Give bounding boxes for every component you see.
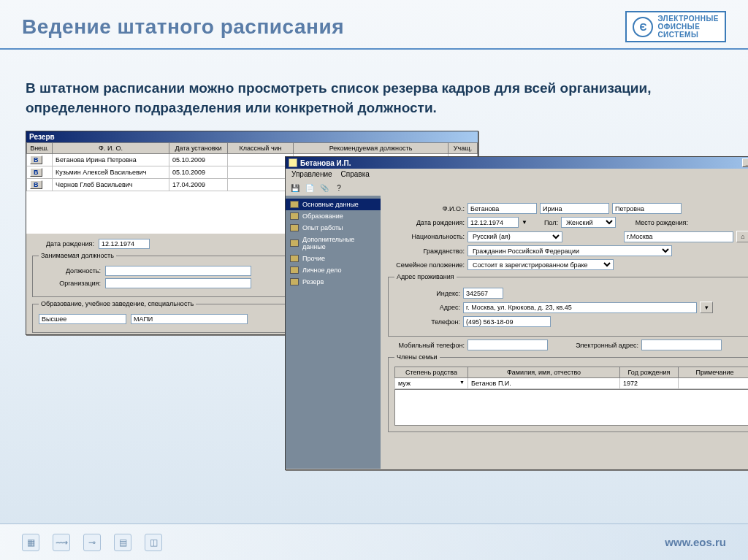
citizenship-select[interactable]: Гражданин Российской Федерации (468, 245, 672, 256)
nationality-label: Национальность: (388, 233, 465, 240)
expand-icon[interactable]: ▾ (700, 302, 713, 313)
firstname-field[interactable] (540, 203, 609, 214)
logo-line2: ОФИСНЫЕ (657, 23, 719, 31)
app-icon (289, 158, 297, 167)
folder-icon (290, 278, 299, 285)
minimize-button[interactable]: _ (742, 158, 748, 167)
person-form: Ф.И.О.: Дата рождения: ▼ Пол: Женский Ме… (381, 196, 748, 469)
fio-label: Ф.И.О.: (388, 205, 465, 212)
toolbar: 💾 📄 📎 ? (286, 180, 748, 196)
family-table: Степень родства Фамилия, имя, отчество Г… (394, 367, 748, 389)
family-group: Члены семьи Степень родства Фамилия, имя… (388, 353, 748, 432)
footer-icon: ◫ (145, 534, 162, 551)
index-field[interactable] (463, 288, 503, 299)
email-field[interactable] (641, 340, 722, 350)
edu-inst-field[interactable] (131, 314, 248, 324)
folder-icon (290, 266, 299, 274)
ext-button[interactable]: В (30, 156, 42, 164)
reserve-titlebar[interactable]: Резерв (26, 131, 478, 142)
sidebar-item-personal[interactable]: Личное дело (286, 264, 381, 276)
phone-label: Телефон: (394, 318, 460, 326)
person-title: Бетанова И.П. (300, 159, 351, 167)
menu-spravka[interactable]: Справка (341, 170, 370, 178)
position-label: Должность: (39, 267, 101, 275)
mobile-field[interactable] (468, 340, 548, 350)
col-rank[interactable]: Классный чин (228, 143, 294, 154)
citizenship-label: Гражданство: (388, 248, 465, 255)
footer-icon: ▤ (114, 534, 131, 551)
logo-line3: СИСТЕМЫ (657, 31, 719, 39)
nationality-select[interactable]: Русский (ая) (468, 231, 562, 242)
sidebar-item-reserve[interactable]: Резерв (286, 276, 381, 288)
footer-icon: ⊸ (83, 534, 101, 551)
address-field[interactable] (463, 302, 697, 313)
phone-field[interactable] (463, 316, 551, 327)
address-label: Адрес: (394, 304, 460, 311)
col-date[interactable]: Дата установки (169, 143, 228, 154)
save-icon[interactable]: 💾 (289, 181, 302, 194)
position-field[interactable] (105, 266, 251, 276)
footer-icon: ▦ (22, 534, 39, 551)
col-fio[interactable]: Ф. И. О. (53, 143, 169, 154)
email-label: Электронный адрес: (551, 342, 638, 349)
dob-label: Дата рождения: (32, 240, 94, 248)
sidebar-item-other[interactable]: Прочие (286, 253, 381, 264)
table-row[interactable]: муж ▼ Бетанов П.И. 1972 × (395, 378, 749, 389)
folder-icon (290, 212, 299, 220)
sex-label: Пол: (530, 219, 558, 226)
slide-title: Ведение штатного расписания (22, 15, 344, 39)
sidebar-item-main[interactable]: Основные данные (286, 199, 381, 210)
birthplace-label: Место рождения: (619, 219, 688, 226)
slide-body-text: В штатном расписании можно просмотреть с… (26, 79, 683, 118)
col-year[interactable]: Год рождения (620, 367, 679, 378)
attach-icon[interactable]: 📎 (318, 181, 331, 194)
folder-icon (290, 201, 299, 208)
index-label: Индекс: (394, 290, 460, 297)
sidebar-item-additional[interactable]: Дополнительные данные (286, 234, 381, 253)
sidebar-item-education[interactable]: Образование (286, 210, 381, 222)
col-pos[interactable]: Рекомендуемая должность (294, 143, 449, 154)
col-note[interactable]: Примечание (679, 367, 749, 378)
sidebar: Основные данные Образование Опыт работы … (286, 196, 381, 469)
logo-icon: Є (633, 17, 653, 37)
dob-field[interactable] (468, 217, 519, 228)
person-window: Бетанова И.П. _ □ × Управление Справка 💾… (285, 156, 748, 470)
footer-icon: ⟿ (53, 534, 70, 551)
footer: ▦ ⟿ ⊸ ▤ ◫ www.eos.ru (0, 523, 748, 560)
logo-line1: ЭЛЕКТРОННЫЕ (657, 15, 719, 23)
folder-icon (290, 224, 299, 231)
sex-select[interactable]: Женский (561, 217, 616, 228)
edu-level-field[interactable] (39, 314, 126, 324)
footer-url: www.eos.ru (665, 536, 726, 548)
menubar: Управление Справка (286, 169, 748, 180)
logo: Є ЭЛЕКТРОННЫЕ ОФИСНЫЕ СИСТЕМЫ (625, 11, 726, 42)
ext-button[interactable]: В (30, 168, 42, 177)
sidebar-item-experience[interactable]: Опыт работы (286, 222, 381, 234)
folder-icon (290, 255, 299, 262)
ext-button[interactable]: В (30, 180, 42, 189)
dropdown-icon[interactable]: ▼ (459, 380, 465, 385)
person-titlebar[interactable]: Бетанова И.П. _ □ × (286, 157, 748, 169)
marital-select[interactable]: Состоит в зарегистрированном браке (468, 259, 614, 270)
col-ext[interactable]: Внеш. (27, 143, 53, 154)
marital-label: Семейное положение: (388, 261, 465, 269)
col-stu[interactable]: Учащ. (449, 143, 478, 154)
dob-label: Дата рождения: (388, 219, 465, 226)
dob-field[interactable] (99, 239, 150, 249)
col-family-fio[interactable]: Фамилия, имя, отчество (468, 367, 620, 378)
help-icon[interactable]: ? (332, 181, 346, 194)
menu-upravlenie[interactable]: Управление (291, 170, 332, 178)
birthplace-field[interactable] (624, 231, 733, 242)
org-field[interactable] (105, 278, 251, 288)
home-icon[interactable]: ⌂ (736, 231, 748, 242)
reserve-title: Резерв (29, 133, 55, 141)
copy-icon[interactable]: 📄 (303, 181, 316, 194)
lastname-field[interactable] (468, 203, 537, 214)
mobile-label: Мобильный телефон: (388, 342, 465, 349)
dropdown-icon[interactable]: ▼ (522, 219, 527, 226)
middlename-field[interactable] (612, 203, 682, 214)
address-group: Адрес проживания Индекс: Адрес: ▾ Телефо… (388, 273, 748, 337)
org-label: Организация: (39, 280, 101, 287)
col-relation[interactable]: Степень родства (395, 367, 468, 378)
folder-icon (290, 239, 299, 247)
